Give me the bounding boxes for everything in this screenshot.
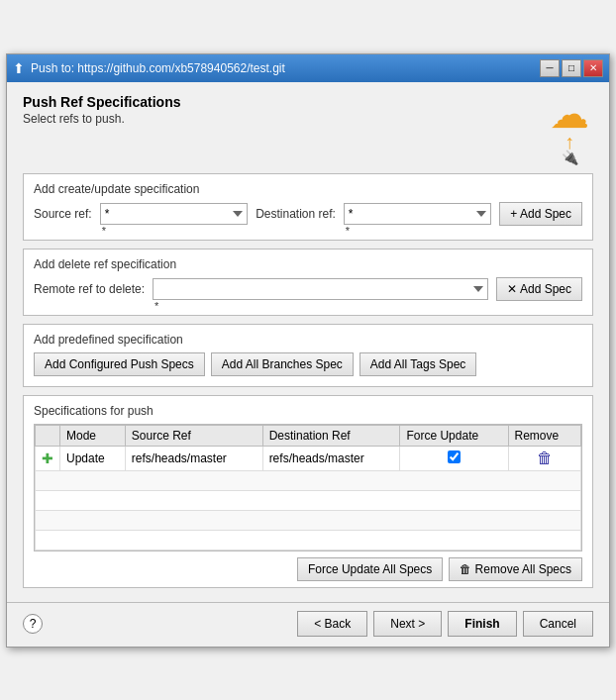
- col-destination-ref: Destination Ref: [262, 425, 400, 446]
- title-bar-left: ⬆ Push to: https://github.com/xb57894056…: [13, 60, 285, 76]
- destination-ref-wrapper: * *: [344, 203, 491, 225]
- predefined-buttons-row: Add Configured Push Specs Add All Branch…: [34, 352, 582, 376]
- force-update-checkbox[interactable]: [448, 450, 461, 463]
- page-header: Push Ref Specifications Select refs to p…: [23, 94, 593, 165]
- add-all-branches-spec-button[interactable]: Add All Branches Spec: [211, 352, 354, 376]
- empty-row-4: [36, 530, 581, 550]
- table-row: ✚ Update refs/heads/master refs/heads/ma…: [36, 446, 581, 470]
- specifications-table-wrapper: Mode Source Ref Destination Ref Force Up…: [34, 424, 582, 551]
- col-add: [36, 425, 60, 446]
- destination-ref-label: Destination ref:: [256, 207, 336, 221]
- create-update-section: Add create/update specification Source r…: [23, 173, 593, 241]
- remove-cell: 🗑: [508, 446, 580, 470]
- remote-ref-wrapper: *: [153, 278, 488, 300]
- specifications-table: Mode Source Ref Destination Ref Force Up…: [35, 425, 581, 550]
- close-button[interactable]: ✕: [583, 59, 603, 77]
- minimize-button[interactable]: ─: [540, 59, 560, 77]
- add-all-tags-spec-button[interactable]: Add All Tags Spec: [359, 352, 477, 376]
- remote-ref-select[interactable]: [153, 278, 488, 300]
- table-body: ✚ Update refs/heads/master refs/heads/ma…: [36, 446, 581, 550]
- add-row-icon: ✚: [42, 450, 53, 466]
- col-mode: Mode: [60, 425, 126, 446]
- page-title: Push Ref Specifications: [23, 94, 180, 110]
- source-ref-wrapper: * *: [100, 203, 248, 225]
- mode-cell: Update: [60, 446, 126, 470]
- predefined-section: Add predefined specification Add Configu…: [23, 324, 593, 387]
- destination-star: *: [346, 225, 350, 237]
- specifications-section: Specifications for push Mode Source Ref …: [23, 395, 593, 588]
- source-ref-cell: refs/heads/master: [125, 446, 262, 470]
- title-bar: ⬆ Push to: https://github.com/xb57894056…: [7, 54, 609, 82]
- delete-spec-title: Add delete ref specification: [34, 257, 582, 271]
- add-configured-push-specs-button[interactable]: Add Configured Push Specs: [34, 352, 205, 376]
- force-remove-row: Force Update All Specs 🗑 Remove All Spec…: [34, 551, 582, 583]
- content-area: Push Ref Specifications Select refs to p…: [7, 82, 609, 602]
- help-button[interactable]: ?: [23, 614, 43, 634]
- source-ref-label: Source ref:: [34, 207, 92, 221]
- destination-ref-cell: refs/heads/master: [262, 446, 400, 470]
- table-header-row: Mode Source Ref Destination Ref Force Up…: [36, 425, 581, 446]
- table-header: Mode Source Ref Destination Ref Force Up…: [36, 425, 581, 446]
- footer-buttons: < Back Next > Finish Cancel: [297, 611, 593, 637]
- add-spec-delete-button[interactable]: ✕ Add Spec: [496, 277, 582, 301]
- col-source-ref: Source Ref: [125, 425, 262, 446]
- dialog-footer: ? < Back Next > Finish Cancel: [7, 602, 609, 647]
- maximize-button[interactable]: □: [562, 59, 581, 77]
- usb-icon: 🔌: [562, 150, 578, 165]
- remote-star: *: [154, 300, 158, 312]
- col-force-update: Force Update: [400, 425, 508, 446]
- main-window: ⬆ Push to: https://github.com/xb57894056…: [6, 53, 610, 648]
- create-update-title: Add create/update specification: [34, 182, 582, 196]
- back-button[interactable]: < Back: [297, 611, 367, 637]
- empty-row-3: [36, 510, 581, 530]
- cloud-icon: ☁: [550, 94, 589, 134]
- window-icon: ⬆: [13, 60, 25, 76]
- delete-spec-form-row: Remote ref to delete: * ✕ Add Spec: [34, 277, 582, 301]
- next-button[interactable]: Next >: [373, 611, 442, 637]
- force-update-cell: [400, 446, 508, 470]
- source-star: *: [102, 225, 106, 237]
- destination-ref-select[interactable]: *: [344, 203, 491, 225]
- remote-ref-label: Remote ref to delete:: [34, 282, 145, 296]
- add-row-cell: ✚: [36, 446, 60, 470]
- col-remove: Remove: [508, 425, 580, 446]
- upload-arrow-icon: ↑: [565, 134, 574, 150]
- create-update-form-row: Source ref: * * Destination ref: * * + A…: [34, 202, 582, 226]
- empty-row-2: [36, 490, 581, 510]
- page-header-text: Push Ref Specifications Select refs to p…: [23, 94, 180, 126]
- cloud-icon-wrapper: ☁ ↑ 🔌: [550, 94, 589, 165]
- empty-row-1: [36, 470, 581, 490]
- finish-button[interactable]: Finish: [448, 611, 516, 637]
- page-subtitle: Select refs to push.: [23, 112, 180, 126]
- window-title: Push to: https://github.com/xb578940562/…: [31, 61, 285, 75]
- cancel-button[interactable]: Cancel: [523, 611, 593, 637]
- specifications-title: Specifications for push: [34, 404, 582, 418]
- delete-spec-section: Add delete ref specification Remote ref …: [23, 249, 593, 316]
- delete-row-icon[interactable]: 🗑: [537, 450, 553, 466]
- remove-all-specs-button[interactable]: 🗑 Remove All Specs: [449, 557, 582, 581]
- title-bar-controls: ─ □ ✕: [540, 59, 603, 77]
- force-update-all-specs-button[interactable]: Force Update All Specs: [297, 557, 443, 581]
- predefined-title: Add predefined specification: [34, 333, 582, 347]
- source-ref-select[interactable]: *: [100, 203, 248, 225]
- add-spec-create-button[interactable]: + Add Spec: [499, 202, 582, 226]
